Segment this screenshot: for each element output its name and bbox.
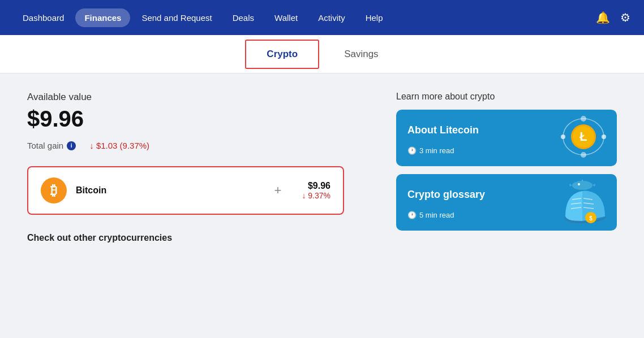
bitcoin-icon: ₿ xyxy=(41,177,67,203)
nav-item-dashboard[interactable]: Dashboard xyxy=(14,8,73,27)
litecoin-read-time: 🕐 3 min read xyxy=(407,146,479,155)
crypto-glossary-card[interactable]: Crypto glossary 🕐 5 min read xyxy=(396,174,617,231)
tab-savings[interactable]: Savings xyxy=(321,37,401,71)
about-litecoin-card[interactable]: About Litecoin 🕐 3 min read xyxy=(396,110,617,166)
check-other-label: Check out other cryptocurrencies xyxy=(27,233,373,243)
nav-item-wallet[interactable]: Wallet xyxy=(265,8,307,27)
litecoin-card-content: About Litecoin 🕐 3 min read xyxy=(407,124,479,155)
glossary-illustration: $ xyxy=(557,180,608,226)
total-gain-row: Total gain i ↓ $1.03 (9.37%) xyxy=(27,141,373,150)
svg-point-3 xyxy=(581,116,586,122)
total-gain-text: Total gain xyxy=(27,141,63,150)
clock-icon-glossary: 🕐 xyxy=(407,211,417,219)
nav-item-activity[interactable]: Activity xyxy=(309,8,354,27)
nav-icon-area: 🔔 ⚙ xyxy=(596,11,630,24)
litecoin-illustration: Ł xyxy=(554,115,608,163)
svg-point-2 xyxy=(602,135,606,139)
nav-item-help[interactable]: Help xyxy=(357,8,392,27)
learn-title: Learn more about crypto xyxy=(396,92,617,102)
left-panel: Available value $9.96 Total gain i ↓ $1.… xyxy=(27,92,373,320)
svg-point-16 xyxy=(572,181,593,190)
glossary-read-time: 🕐 5 min read xyxy=(407,211,485,219)
right-panel: Learn more about crypto About Litecoin 🕐… xyxy=(396,92,617,320)
gear-icon[interactable]: ⚙ xyxy=(620,11,630,24)
glossary-card-content: Crypto glossary 🕐 5 min read xyxy=(407,189,485,219)
bitcoin-card[interactable]: ₿ Bitcoin + $9.96 ↓ 9.37% xyxy=(27,166,344,215)
crypto-value: $9.96 ↓ 9.37% xyxy=(302,181,330,200)
available-label: Available value xyxy=(27,92,373,103)
crypto-name: Bitcoin xyxy=(76,185,254,196)
tab-crypto[interactable]: Crypto xyxy=(245,40,319,69)
nav-items: Dashboard Finances Send and Request Deal… xyxy=(14,8,596,27)
clock-icon-litecoin: 🕐 xyxy=(407,146,417,155)
crypto-price: $9.96 xyxy=(302,181,330,191)
gain-value: ↓ $1.03 (9.37%) xyxy=(89,141,149,150)
nav-item-deals[interactable]: Deals xyxy=(224,8,263,27)
svg-point-4 xyxy=(581,152,586,158)
svg-text:Ł: Ł xyxy=(579,129,587,144)
litecoin-card-title: About Litecoin xyxy=(407,124,479,136)
svg-point-17 xyxy=(578,183,580,185)
tab-bar: Crypto Savings xyxy=(0,35,644,73)
plus-icon[interactable]: + xyxy=(274,183,282,198)
bell-icon[interactable]: 🔔 xyxy=(596,11,610,24)
svg-point-1 xyxy=(561,135,565,139)
svg-text:$: $ xyxy=(589,215,593,222)
navbar: Dashboard Finances Send and Request Deal… xyxy=(0,0,644,35)
main-content: Available value $9.96 Total gain i ↓ $1.… xyxy=(0,73,644,338)
info-icon[interactable]: i xyxy=(67,141,76,150)
nav-item-finances[interactable]: Finances xyxy=(75,8,130,27)
crypto-change: ↓ 9.37% xyxy=(302,191,330,200)
available-value: $9.96 xyxy=(27,106,373,132)
total-gain-label: Total gain i xyxy=(27,141,76,150)
nav-item-send-request[interactable]: Send and Request xyxy=(132,8,221,27)
glossary-card-title: Crypto glossary xyxy=(407,189,485,201)
